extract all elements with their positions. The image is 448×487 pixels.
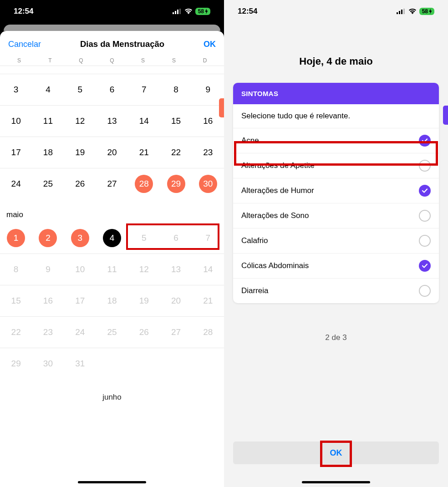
calendar-day[interactable]: 7	[192, 222, 224, 254]
calendar-day[interactable]: 20	[96, 137, 128, 168]
symptom-label: Alterações de Humor	[241, 186, 314, 195]
calendar-day[interactable]: 11	[96, 254, 128, 285]
calendar-day[interactable]: 22	[160, 137, 192, 168]
symptom-row[interactable]: Calafrio	[233, 228, 439, 254]
calendar-day[interactable]: 26	[128, 316, 160, 348]
calendar-day[interactable]: 31	[64, 348, 96, 379]
calendar-day[interactable]: 24	[64, 316, 96, 348]
menstruation-sheet: Cancelar Dias da Menstruação OK S T Q Q …	[0, 31, 224, 487]
symptom-row[interactable]: Alterações de Sono	[233, 203, 439, 228]
home-indicator[interactable]	[302, 481, 370, 483]
calendar-day[interactable]: 15	[0, 285, 32, 316]
calendar-day[interactable]	[160, 348, 192, 379]
calendar-day[interactable]: 12	[64, 105, 96, 137]
svg-rect-4	[397, 12, 398, 14]
calendar-day[interactable]: 19	[64, 137, 96, 168]
calendar-day[interactable]	[160, 66, 192, 74]
calendar-day[interactable]	[0, 66, 32, 74]
calendar-day-today[interactable]: 4	[96, 222, 128, 254]
cancel-button[interactable]: Cancelar	[8, 40, 41, 49]
calendar-day[interactable]	[192, 66, 224, 74]
calendar-day[interactable]: 18	[96, 285, 128, 316]
calendar-day[interactable]: 26	[64, 168, 96, 199]
status-time: 12:54	[14, 7, 33, 16]
calendar-day[interactable]	[32, 66, 64, 74]
calendar-scroll[interactable]: 3 4 5 6 7 8 9 10 11 12 13 14 15 16	[0, 66, 224, 487]
calendar-day-period[interactable]: 29	[160, 168, 192, 199]
calendar-day[interactable]: 10	[64, 254, 96, 285]
sheet-header: Cancelar Dias da Menstruação OK	[0, 31, 224, 56]
calendar-day[interactable]: 19	[128, 285, 160, 316]
status-icons: 58	[397, 8, 434, 15]
calendar-day[interactable]	[64, 66, 96, 74]
calendar-day[interactable]	[96, 66, 128, 74]
calendar-day-period[interactable]: 2	[32, 222, 64, 254]
calendar-day[interactable]: 15	[160, 105, 192, 137]
calendar-day[interactable]: 20	[160, 285, 192, 316]
calendar-day[interactable]: 28	[192, 316, 224, 348]
calendar-day[interactable]: 23	[32, 316, 64, 348]
calendar-day[interactable]: 21	[192, 285, 224, 316]
check-icon	[419, 235, 431, 247]
calendar-day[interactable]: 6	[160, 222, 192, 254]
calendar-day-period[interactable]: 3	[64, 222, 96, 254]
side-accent-tab	[443, 106, 448, 125]
calendar-day[interactable]: 9	[32, 254, 64, 285]
calendar-day[interactable]: 8	[160, 74, 192, 105]
calendar-day[interactable]: 25	[96, 316, 128, 348]
calendar-day[interactable]	[192, 348, 224, 379]
home-indicator[interactable]	[78, 481, 146, 483]
symptom-row[interactable]: Alterações de Humor	[233, 178, 439, 203]
symptom-row[interactable]: Diarreia	[233, 279, 439, 303]
calendar-day[interactable]: 16	[32, 285, 64, 316]
side-accent-tab	[219, 98, 224, 117]
calendar-day[interactable]: 10	[0, 105, 32, 137]
calendar-day[interactable]: 18	[32, 137, 64, 168]
calendar-day[interactable]: 27	[96, 168, 128, 199]
svg-rect-0	[173, 12, 174, 14]
calendar-day[interactable]	[128, 66, 160, 74]
calendar-day[interactable]: 4	[32, 74, 64, 105]
calendar-day[interactable]: 17	[0, 137, 32, 168]
page-title: Hoje, 4 de maio	[224, 56, 448, 67]
svg-rect-7	[403, 9, 405, 14]
symptom-row[interactable]: Cólicas Abdominais	[233, 254, 439, 279]
calendar-day[interactable]: 17	[64, 285, 96, 316]
calendar-day[interactable]: 5	[64, 74, 96, 105]
calendar-day[interactable]: 21	[128, 137, 160, 168]
sheet-title: Dias da Menstruação	[80, 39, 164, 49]
calendar-day[interactable]: 14	[192, 254, 224, 285]
calendar-day[interactable]: 24	[0, 168, 32, 199]
svg-rect-5	[399, 11, 400, 14]
calendar-day-period[interactable]: 28	[128, 168, 160, 199]
calendar-day-period[interactable]: 1	[0, 222, 32, 254]
card-subtitle: Selecione tudo que é relevante.	[233, 104, 439, 128]
calendar-day[interactable]: 25	[32, 168, 64, 199]
highlight-ok-button	[320, 441, 352, 467]
calendar-day[interactable]: 3	[0, 74, 32, 105]
month-label: maio	[0, 199, 224, 222]
calendar-day[interactable]: 6	[96, 74, 128, 105]
symptom-label: Calafrio	[241, 236, 268, 245]
calendar-day[interactable]	[128, 348, 160, 379]
calendar-day[interactable]: 13	[160, 254, 192, 285]
ok-button[interactable]: OK	[204, 40, 216, 49]
symptoms-card: SINTOMAS Selecione tudo que é relevante.…	[233, 83, 439, 303]
calendar-day[interactable]: 11	[32, 105, 64, 137]
calendar-day[interactable]: 7	[128, 74, 160, 105]
day-of-week-header: S T Q Q S S D	[0, 56, 224, 66]
check-icon	[419, 260, 431, 272]
calendar-day[interactable]: 27	[160, 316, 192, 348]
calendar-day[interactable]	[96, 348, 128, 379]
calendar-day[interactable]: 30	[32, 348, 64, 379]
calendar-day[interactable]: 5	[128, 222, 160, 254]
calendar-day[interactable]: 22	[0, 316, 32, 348]
calendar-day[interactable]: 8	[0, 254, 32, 285]
calendar-day[interactable]: 13	[96, 105, 128, 137]
calendar-day-period[interactable]: 30	[192, 168, 224, 199]
calendar-day[interactable]: 29	[0, 348, 32, 379]
signal-icon	[173, 9, 182, 14]
calendar-day[interactable]: 14	[128, 105, 160, 137]
calendar-day[interactable]: 12	[128, 254, 160, 285]
calendar-day[interactable]: 23	[192, 137, 224, 168]
